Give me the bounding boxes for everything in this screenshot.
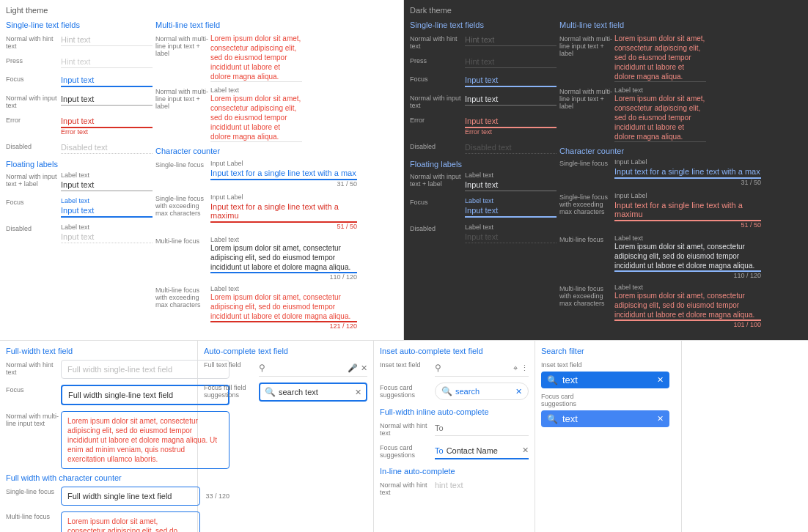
disabled-field: Disabled text <box>61 141 153 154</box>
contact-name[interactable]: Contact Name <box>447 446 522 455</box>
fw-multi-char-input[interactable]: Lorem ipsum dolor sit amet, consectetur … <box>61 511 200 532</box>
table-row: Single-line focus Full width single line… <box>6 487 191 506</box>
dark-multi-focus-input[interactable]: Lorem ipsum dolor sit amet, consectetur … <box>614 242 761 272</box>
state-label: Multi-line focus with exceeding max char… <box>155 285 210 309</box>
multi-focus-input[interactable]: Lorem ipsum dolor sit amet, consectetur … <box>210 243 357 273</box>
close-icon[interactable]: ✕ <box>355 388 361 397</box>
table-row: Single-line focus Input Label Input text… <box>559 158 706 186</box>
dark-multi-normal: Lorem ipsum dolor sit amet, consectetur … <box>614 34 706 82</box>
ac-focus-field[interactable]: 🔍 search text ✕ <box>259 383 367 402</box>
char-counter: 31 / 50 <box>210 180 357 188</box>
close-icon[interactable]: ✕ <box>515 387 522 396</box>
state-label: Inset text field <box>380 360 435 369</box>
dark-char-exceed: Input Label Input text for a single line… <box>614 192 761 229</box>
multi-exceed-field: Label text Lorem ipsum dolor sit amet, c… <box>210 285 357 330</box>
state-label: Error <box>6 115 61 124</box>
dark-float-focus-input[interactable]: Input text <box>465 204 557 218</box>
dark-focus-input[interactable]: Input text <box>465 74 557 87</box>
press-input[interactable]: Hint text <box>61 56 153 68</box>
state-label: Single-line focus <box>6 487 61 495</box>
auto-complete-section: Auto-complete text field Full text field… <box>198 341 374 532</box>
multi-exceed-input[interactable]: Lorem ipsum dolor sit amet, consectetur … <box>210 292 357 322</box>
dark-multi-normal-input[interactable]: Lorem ipsum dolor sit amet, consectetur … <box>614 34 706 82</box>
dark-float-focus: Label text Input text <box>465 197 557 218</box>
normal-input[interactable]: Input text <box>61 93 153 106</box>
hint-input[interactable]: Hint text <box>61 34 153 46</box>
sf-active-field-1[interactable]: 🔍 text ✕ <box>541 372 669 388</box>
table-row: Multi-line focus with exceeding max char… <box>155 285 302 330</box>
dark-float-disabled: Label text Input text <box>465 223 557 243</box>
sf-active-field-2[interactable]: 🔍 text ✕ <box>541 410 669 427</box>
state-label: Normal with input text + label <box>6 171 61 188</box>
dark-normal-input[interactable]: Input text <box>465 93 557 106</box>
state-label: Normal with multi-line input text + labe… <box>155 86 210 110</box>
focus-input[interactable]: Input text <box>61 74 153 87</box>
dark-input-label: Input Label <box>614 192 761 199</box>
dark-press-input[interactable]: Hint text <box>465 56 557 68</box>
table-row: Normal with multi-line input text + labe… <box>559 34 706 82</box>
light-theme-content: Single-line text fields Normal with hint… <box>6 21 397 334</box>
multi-normal-input[interactable]: Lorem ipsum dolor sit amet, consectetur … <box>210 34 302 82</box>
sf-text-2[interactable]: text <box>562 413 654 424</box>
state-label: Disabled <box>410 141 465 150</box>
table-row: Disabled Disabled text <box>6 141 153 154</box>
inset-field[interactable]: ⚲ ⌖ ⋮ <box>435 360 529 377</box>
table-row: Focus Input text <box>6 74 153 87</box>
light-multi-line-col: Multi-line text field Normal with multi-… <box>155 21 302 334</box>
to-focus-field[interactable]: To Contact Name ✕ <box>435 443 529 459</box>
float-normal-input[interactable]: Input text <box>61 179 153 191</box>
dark-char-focus-input[interactable]: Input text for a single line text with a… <box>614 166 761 179</box>
dark-multi-label: Label text Lorem ipsum dolor sit amet, c… <box>614 86 706 142</box>
state-label: Inset text field <box>541 360 596 369</box>
to-field[interactable]: To <box>435 421 529 436</box>
table-row: Focus card suggestions To Contact Name ✕ <box>380 443 529 459</box>
dark-error-input[interactable]: Input text <box>465 115 557 128</box>
ac-full-field[interactable]: ⚲ 🎤 ✕ <box>259 360 367 377</box>
fw-single-char-input[interactable]: Full width single line text field <box>61 487 200 506</box>
table-row: Normal with hint text Hint text <box>410 34 557 50</box>
close-icon[interactable]: ✕ <box>657 375 664 385</box>
dark-hint-input[interactable]: Hint text <box>465 34 557 46</box>
sf-text-1[interactable]: text <box>562 374 654 385</box>
table-row: Error Input text Error text <box>6 115 153 136</box>
dark-disabled-input: Disabled text <box>465 141 557 154</box>
table-row: Normal with multi-line input text + labe… <box>155 86 302 142</box>
table-row: Full text field ⚲ 🎤 ✕ <box>204 360 367 377</box>
table-row: Multi-line focus Label text Lorem ipsum … <box>559 234 706 279</box>
error-input[interactable]: Input text <box>61 115 153 128</box>
state-label: Focus <box>6 197 61 206</box>
dark-float-focus-label: Label text <box>465 197 557 204</box>
table-row: Single-line focus with exceeding max cha… <box>155 193 302 230</box>
state-label: Focus card suggestions <box>380 443 435 459</box>
close-icon[interactable]: ✕ <box>657 414 664 424</box>
inline-field[interactable]: hint text <box>435 480 463 490</box>
float-focus-label: Label text <box>61 197 153 204</box>
inset-search-text[interactable]: search <box>455 387 513 396</box>
close-icon[interactable]: ✕ <box>522 446 529 455</box>
mic-icon[interactable]: 🎤 <box>348 363 358 373</box>
multi-label-input[interactable]: Lorem ipsum dolor sit amet, consectetur … <box>210 94 302 142</box>
dark-multi-label-input[interactable]: Lorem ipsum dolor sit amet, consectetur … <box>614 94 706 142</box>
state-label: Focus full field suggestions <box>204 383 259 399</box>
more-icon[interactable]: ⋮ <box>521 363 529 373</box>
char-counter-title: Character counter <box>155 147 302 155</box>
char-focus-input[interactable]: Input text for a single line text with a… <box>210 167 357 180</box>
search-icon: 🔍 <box>547 414 558 424</box>
multi-normal-field: Lorem ipsum dolor sit amet, consectetur … <box>210 34 302 82</box>
inset-title: Inset auto-complete text field <box>380 347 529 355</box>
dark-multi-exceed-input[interactable]: Lorem ipsum dolor sit amet, consectetur … <box>614 291 761 321</box>
dark-float-normal-input[interactable]: Input text <box>465 179 557 191</box>
inset-focus-field[interactable]: 🔍 search ✕ <box>435 383 529 400</box>
float-focus-input[interactable]: Input text <box>61 204 153 218</box>
table-row: Focus Input text <box>410 74 557 87</box>
ac-search-text[interactable]: search text <box>279 388 352 396</box>
dark-char-focus: Input Label Input text for a single line… <box>614 158 761 186</box>
close-icon[interactable]: ✕ <box>361 363 367 373</box>
inline-hint[interactable]: hint text <box>435 481 463 489</box>
location-icon[interactable]: ⌖ <box>513 363 518 373</box>
error-helper: Error text <box>61 128 153 136</box>
char-exceed-input[interactable]: Input text for a single line text with a… <box>210 201 357 223</box>
floating-labels-title: Floating labels <box>6 160 153 169</box>
dark-char-exceed-input[interactable]: Input text for a single line text with a… <box>614 199 761 221</box>
table-row: Normal with multi-line input text Lorem … <box>6 411 191 469</box>
